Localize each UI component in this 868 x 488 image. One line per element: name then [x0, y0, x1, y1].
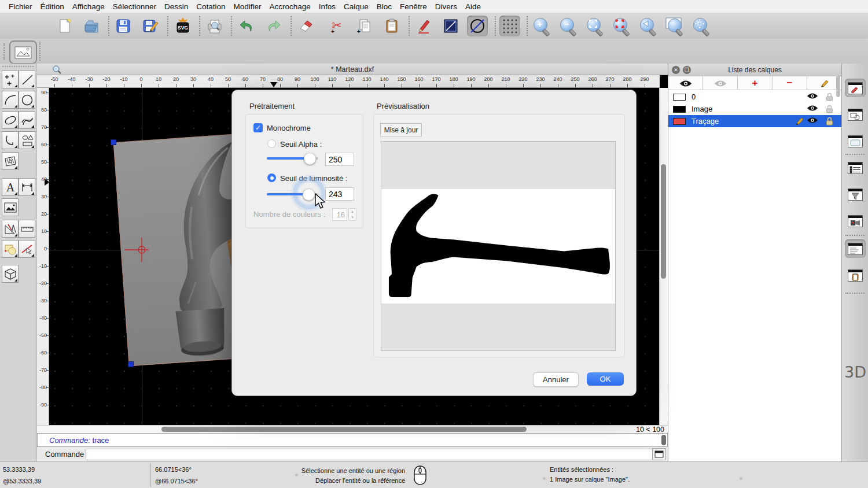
spline-tool[interactable]: [19, 111, 35, 129]
command-terminal-button[interactable]: [652, 448, 666, 460]
redo-button[interactable]: [263, 16, 284, 36]
selection-handle-top[interactable]: [111, 139, 116, 145]
image-insert-tool[interactable]: [2, 198, 19, 216]
seuil-luminosite-field[interactable]: [325, 187, 354, 201]
horizontal-scrollbar-thumb[interactable]: [161, 427, 527, 432]
menu-divers[interactable]: Divers: [431, 2, 461, 11]
image-tool-button[interactable]: [9, 40, 37, 64]
zoom-window-button[interactable]: [664, 16, 685, 36]
boolean-panel-toggle[interactable]: [845, 105, 866, 124]
save-as-button[interactable]: [140, 16, 161, 36]
menu-aide[interactable]: Aide: [461, 2, 485, 11]
render-panel-toggle[interactable]: [845, 212, 866, 230]
command-history-scrollbar[interactable]: [661, 435, 666, 445]
menu-affichage[interactable]: Affichage: [68, 2, 109, 11]
zoom-in-button[interactable]: +: [531, 16, 552, 36]
polyline-tool[interactable]: [2, 131, 19, 149]
layers-panel-scrollbar[interactable]: [836, 75, 840, 97]
zoom-selection-button[interactable]: [611, 16, 632, 36]
layer-edit-pencil-icon[interactable]: [795, 117, 804, 125]
3d-mode-label[interactable]: 3D: [844, 363, 867, 381]
print-preview-button[interactable]: [204, 16, 225, 36]
cut-button[interactable]: ✂+: [326, 16, 347, 36]
add-layer-button[interactable]: +: [738, 76, 773, 90]
measure-tool[interactable]: [19, 220, 35, 238]
hatch-tool[interactable]: [2, 152, 19, 170]
draw-mode-button[interactable]: [413, 16, 434, 36]
layer-lock-icon[interactable]: [826, 105, 833, 113]
vertical-scrollbar[interactable]: [659, 88, 668, 425]
clipboard-panel-toggle[interactable]: [845, 266, 866, 284]
pan-button[interactable]: [691, 16, 712, 36]
menu-cotation[interactable]: Cotation: [192, 2, 229, 11]
seuil-luminosite-slider-thumb[interactable]: [303, 188, 315, 201]
menu-modifier[interactable]: Modifier: [229, 2, 265, 11]
cancel-button[interactable]: Annuler: [533, 372, 579, 387]
points-tool[interactable]: [2, 71, 19, 88]
menu-fenetre[interactable]: Fenêtre: [396, 2, 431, 11]
menu-selectionner[interactable]: Sélectionner: [109, 2, 160, 11]
layer-color-swatch[interactable]: [673, 106, 686, 113]
undo-button[interactable]: [236, 16, 257, 36]
circle-line-toggle[interactable]: [467, 16, 488, 36]
save-button[interactable]: [113, 16, 134, 36]
vertical-scrollbar-thumb[interactable]: [661, 164, 666, 279]
dimension-tool[interactable]: [19, 178, 35, 196]
ok-button[interactable]: OK: [587, 372, 624, 386]
trim-tool[interactable]: [19, 240, 35, 258]
menu-dessin[interactable]: Dessin: [160, 2, 192, 11]
seuil-alpha-radio[interactable]: [267, 139, 276, 148]
layer-row-image[interactable]: Image: [668, 103, 841, 115]
line-settings-button[interactable]: [440, 16, 461, 36]
arc-tool[interactable]: [2, 91, 19, 109]
layer-lock-icon[interactable]: [826, 93, 833, 101]
monochrome-checkbox[interactable]: ✓: [253, 123, 263, 132]
hide-all-layers-button[interactable]: [703, 76, 738, 90]
command-input[interactable]: [86, 449, 656, 460]
blocks-panel-toggle[interactable]: [845, 158, 866, 177]
layer-color-swatch[interactable]: [673, 118, 686, 125]
layer-row-0[interactable]: 0: [668, 91, 841, 103]
remove-layer-button[interactable]: −: [773, 76, 807, 90]
paste-button[interactable]: [381, 16, 402, 36]
menu-infos[interactable]: Infos: [315, 2, 340, 11]
layer-visibility-icon[interactable]: [807, 117, 818, 124]
document-titlebar[interactable]: * Marteau.dxf: [37, 64, 668, 75]
circle-tool[interactable]: [19, 91, 35, 109]
horizontal-scrollbar[interactable]: [37, 425, 668, 433]
layer-row-tracage[interactable]: Traçage: [668, 115, 841, 127]
history-panel-toggle[interactable]: [845, 239, 866, 258]
layers-panel-toggle[interactable]: [845, 79, 866, 97]
menu-calque[interactable]: Calque: [340, 2, 373, 11]
svg-export-button[interactable]: SVG: [172, 16, 193, 36]
construction-tool[interactable]: [2, 220, 19, 238]
seuil-alpha-slider-thumb[interactable]: [304, 153, 316, 165]
zoom-previous-button[interactable]: [638, 16, 659, 36]
menu-edition[interactable]: Édition: [36, 2, 68, 11]
new-file-button[interactable]: [54, 16, 75, 36]
layer-visibility-icon[interactable]: [807, 105, 818, 112]
grid-toggle[interactable]: [499, 16, 520, 36]
shapes-tool[interactable]: [19, 131, 35, 149]
ellipse-tool[interactable]: [2, 111, 19, 129]
seuil-luminosite-radio[interactable]: [267, 173, 276, 182]
layer-visibility-icon[interactable]: [807, 93, 818, 99]
menu-accrochage[interactable]: Accrochage: [265, 2, 314, 11]
erase-button[interactable]: [296, 16, 317, 36]
seuil-alpha-field[interactable]: [325, 153, 354, 166]
open-file-button[interactable]: [82, 16, 102, 36]
update-preview-button[interactable]: Mise à jour: [380, 123, 422, 136]
zoom-extents-button[interactable]: [584, 16, 605, 36]
layer-lock-icon[interactable]: [826, 117, 833, 125]
menu-bloc[interactable]: Bloc: [373, 2, 396, 11]
properties-panel-toggle[interactable]: [845, 132, 866, 150]
menu-fichier[interactable]: Fichier: [5, 2, 36, 11]
text-tool[interactable]: A: [2, 178, 19, 196]
selection-handle-bottom[interactable]: [128, 361, 134, 367]
layer-color-swatch[interactable]: [673, 94, 686, 101]
cube-3d-tool[interactable]: [2, 265, 19, 283]
copy-button[interactable]: +: [354, 16, 374, 36]
show-all-layers-button[interactable]: [668, 76, 703, 90]
line-tool[interactable]: [19, 71, 35, 88]
filter-panel-toggle[interactable]: [845, 185, 866, 204]
